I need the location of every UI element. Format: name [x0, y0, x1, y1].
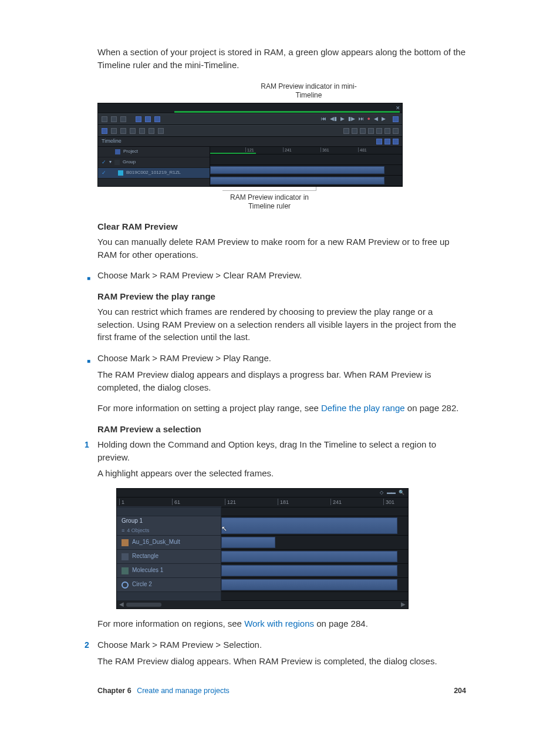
ruler-tick: 241	[283, 147, 292, 152]
fig2-ruler: 1 61 121 181 241 301	[117, 497, 408, 507]
ruler-tick: 301	[383, 499, 394, 505]
misc-icon	[158, 128, 164, 134]
clip-icon	[118, 170, 123, 176]
step-number: 2	[85, 639, 97, 651]
prev-icon: ◀	[374, 115, 378, 123]
heading-selection: RAM Preview a selection	[97, 423, 466, 436]
track	[210, 165, 402, 176]
heading-play-range: RAM Preview the play range	[97, 290, 466, 303]
layer-project: Project	[98, 147, 210, 157]
overlay-icon	[368, 128, 374, 134]
shape-icon	[130, 128, 136, 134]
step-text: Holding down the Command and Option keys…	[97, 438, 466, 464]
media-icon	[154, 116, 160, 122]
figure-selection: ◇ ▬▬ 🔍 1 61 121 181 241 301 Group 1 ≡ 4 …	[116, 488, 409, 609]
row-group: Group 1 ≡ 4 Objects	[117, 516, 408, 536]
layer-clip: ✓ B019C002_101219_R1ZL	[98, 168, 210, 179]
record-icon: ●	[367, 115, 370, 123]
row-label: Rectangle	[132, 552, 158, 561]
layer-label: Project	[123, 148, 138, 155]
page: When a section of your project is stored…	[0, 0, 560, 743]
view-icon	[343, 128, 349, 134]
clip-view-icon: ▬▬	[387, 489, 395, 496]
lozenge-icon: ◇	[380, 489, 383, 496]
keyframe-tab-icon	[384, 139, 390, 144]
step-1-after: A highlight appears over the selected fr…	[97, 467, 466, 480]
bullet-text: Choose Mark > RAM Preview > Play Range.	[97, 352, 271, 365]
close-icon: ✕	[396, 105, 400, 112]
scrollbar-thumb	[126, 603, 161, 607]
spacer-row	[117, 507, 408, 516]
bullet-play-range: ■ Choose Mark > RAM Preview > Play Range…	[97, 352, 466, 365]
mini-timeline-panel: ✕ ⏮ ◀▮ ▶ ▮▶ ⏭ ●	[97, 103, 403, 187]
link-define-play-range[interactable]: Define the play range	[321, 403, 405, 413]
step-1: 1 Holding down the Command and Option ke…	[97, 438, 466, 464]
select-tool-icon	[102, 128, 107, 134]
figure-ram-preview-indicator: RAM Preview indicator in mini-Timeline ✕…	[97, 82, 466, 213]
chapter-title[interactable]: Create and manage projects	[137, 687, 230, 695]
layer-label: Group	[123, 159, 136, 166]
timeline-label: Timeline	[102, 137, 122, 145]
spacer-row	[117, 592, 408, 601]
play-icon: ▶	[340, 115, 345, 123]
row-label: Group 1	[122, 517, 143, 526]
row-label: Au_16_Dusk_Mult	[132, 538, 180, 547]
regions-info: For more information on regions, see Wor…	[97, 617, 466, 630]
clip-bar	[221, 579, 397, 590]
mini-timeline: ✕	[98, 103, 402, 113]
link-work-with-regions[interactable]: Work with regions	[244, 618, 314, 628]
page-footer: Chapter 6 Create and manage projects 204	[97, 685, 466, 696]
play-range-after1: The RAM Preview dialog appears and displ…	[97, 368, 466, 394]
next-icon: ▶	[382, 115, 386, 123]
bullet-icon: ■	[87, 358, 97, 364]
clip-bar	[221, 551, 397, 562]
row-label: Circle 2	[132, 580, 152, 589]
clip-bar	[221, 565, 397, 576]
tool-icon	[102, 116, 107, 122]
ruler-tick: 121	[245, 147, 254, 152]
clip-bar	[210, 177, 384, 184]
annotation-mini-timeline: RAM Preview indicator in mini-Timeline	[250, 82, 367, 100]
ruler-tick: 241	[330, 499, 342, 505]
color-icon	[376, 128, 382, 134]
step-text: Choose Mark > RAM Preview > Selection.	[97, 638, 262, 651]
step-fwd-icon: ▮▶	[348, 115, 355, 123]
fig2-toolbar: ◇ ▬▬ 🔍	[117, 489, 408, 497]
zoom-icon	[111, 116, 117, 122]
hud-icon	[120, 116, 126, 122]
annotation-ruler: RAM Preview indicator in Timeline ruler	[97, 190, 403, 212]
clip-bar	[221, 517, 397, 534]
zoom-icon: 🔍	[399, 489, 404, 496]
group-icon	[114, 160, 120, 165]
circle-icon	[122, 581, 129, 589]
page-number: 204	[454, 685, 466, 696]
library-icon	[136, 116, 141, 122]
row-rectangle: Rectangle	[117, 550, 408, 564]
ruler-tick: 121	[225, 499, 236, 505]
cursor-icon: ↖	[221, 524, 227, 534]
share-icon	[393, 128, 399, 134]
ruler-tick: 481	[358, 147, 367, 152]
tools-row	[98, 125, 402, 137]
check-icon: ✓	[102, 159, 106, 166]
text-icon	[149, 128, 154, 134]
guides-icon	[360, 128, 366, 134]
layer-group: ✓ ▾ Group	[98, 157, 210, 168]
timeline-body: Project ✓ ▾ Group ✓ B019C002_101219_R1ZL	[98, 147, 402, 186]
clip-bar	[210, 166, 384, 174]
text: on page 284.	[314, 618, 368, 628]
ruler-tick: 181	[278, 499, 289, 505]
timeline-header: Timeline	[98, 137, 402, 147]
ram-preview-indicator-mini	[174, 111, 400, 113]
audio-tab-icon	[393, 139, 399, 144]
check-icon: ✓	[102, 169, 106, 177]
inspector-icon	[145, 116, 151, 122]
render-icon	[384, 128, 390, 134]
mask-icon	[139, 128, 145, 134]
project-icon	[115, 149, 120, 154]
row-clip: Au_16_Dusk_Mult	[117, 536, 408, 550]
ruler-tick: 361	[321, 147, 329, 152]
track	[210, 176, 402, 186]
disclosure-icon: ▾	[109, 159, 112, 166]
go-start-icon: ⏮	[321, 115, 326, 123]
